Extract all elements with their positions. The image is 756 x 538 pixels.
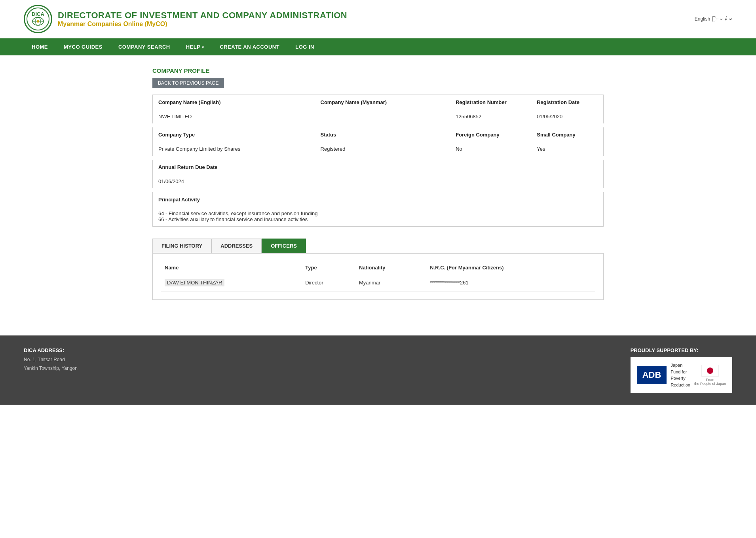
nav-company-search[interactable]: COMPANY SEARCH <box>110 38 178 55</box>
tabs-container: FILING HISTORY ADDRESSES OFFICERS <box>152 239 604 253</box>
activity-line2: 66 - Activities auxiliary to financial s… <box>158 216 598 222</box>
profile-row-type-labels: Company Type Status Foreign Company Smal… <box>153 125 604 142</box>
profile-row-type-values: Private Company Limited by Shares Regist… <box>153 142 604 158</box>
status-label: Status <box>321 132 336 138</box>
main-nav: HOME MYCO GUIDES COMPANY SEARCH HELP CRE… <box>0 38 756 55</box>
activity-line1: 64 - Financial service activities, excep… <box>158 210 598 216</box>
reg-date-value: 01/05/2020 <box>537 114 562 119</box>
svg-point-5 <box>37 20 39 23</box>
officer-nationality: Myanmar <box>355 274 426 292</box>
col-type: Type <box>301 261 355 274</box>
site-footer: DICA ADDRESS: No. 1, Thitsar Road Yankin… <box>0 335 756 405</box>
foreign-company-label: Foreign Company <box>456 132 500 138</box>
section-title: COMPANY PROFILE <box>152 67 604 74</box>
back-button[interactable]: BACK TO PREVIOUS PAGE <box>152 78 224 88</box>
tab-officers[interactable]: OFFICERS <box>262 239 306 253</box>
tab-filing-history[interactable]: FILING HISTORY <box>152 239 211 253</box>
nav-help[interactable]: HELP <box>178 38 212 55</box>
lang-myanmar[interactable]: ြမန်မာ <box>716 16 732 22</box>
profile-row-annual-value: 01/06/2024 <box>153 174 604 190</box>
small-company-label: Small Company <box>537 132 576 138</box>
japan-flag <box>701 365 719 377</box>
col-nrc: N.R.C. (For Myanmar Citizens) <box>426 261 595 274</box>
header-text: DIRECTORATE OF INVESTMENT AND COMPANY AD… <box>58 10 347 28</box>
col-nationality: Nationality <box>355 261 426 274</box>
small-company-value: Yes <box>537 146 545 152</box>
officer-row: DAW EI MON THINZAR Director Myanmar ****… <box>161 274 595 292</box>
nav-login[interactable]: LOG IN <box>287 38 322 55</box>
footer-address-line2: Yankin Township, Yangon <box>24 364 78 373</box>
header-title: DIRECTORATE OF INVESTMENT AND COMPANY AD… <box>58 10 347 21</box>
profile-row-annual-label: Annual Return Due Date <box>153 158 604 174</box>
profile-row-name-values: NWF LIMITED 125506852 01/05/2020 <box>153 109 604 125</box>
company-name-en-value: NWF LIMITED <box>158 114 192 119</box>
profile-row-name-labels: Company Name (English) Company Name (Mya… <box>153 95 604 110</box>
footer-address-line1: No. 1, Thitsar Road <box>24 356 78 364</box>
foreign-company-value: No <box>456 146 462 152</box>
svg-text:DICA: DICA <box>32 11 44 17</box>
officer-name: DAW EI MON THINZAR <box>165 279 224 286</box>
activity-label: Principal Activity <box>158 197 200 203</box>
adb-logo: ADB <box>637 366 667 384</box>
company-profile-table: Company Name (English) Company Name (Mya… <box>152 95 604 227</box>
tab-addresses[interactable]: ADDRESSES <box>211 239 262 253</box>
header-subtitle: Myanmar Companies Online (MyCO) <box>58 21 347 28</box>
profile-row-activity-label: Principal Activity <box>153 190 604 206</box>
reg-number-label: Registration Number <box>456 99 507 105</box>
logo-circle: DICA <box>24 5 52 33</box>
footer-address-label: DICA ADDRESS: <box>24 347 78 353</box>
col-name: Name <box>161 261 301 274</box>
footer-supported-label: PROUDLY SUPPORTED BY: <box>631 347 732 353</box>
officers-table: Name Type Nationality N.R.C. (For Myanma… <box>161 261 595 292</box>
company-name-mm-label: Company Name (Myanmar) <box>321 99 387 105</box>
footer-logos: ADB JapanFund forPovertyReduction Fromth… <box>631 357 732 393</box>
main-content: COMPANY PROFILE BACK TO PREVIOUS PAGE Co… <box>144 55 612 312</box>
japan-flag-circle <box>707 368 713 374</box>
japan-fund-text: JapanFund forPovertyReduction <box>671 362 690 388</box>
language-selector[interactable]: English | ြမန်မာ <box>695 16 732 22</box>
company-type-value: Private Company Limited by Shares <box>158 146 240 152</box>
company-name-en-label: Company Name (English) <box>158 99 220 105</box>
nav-home[interactable]: HOME <box>24 38 56 55</box>
nav-create-account[interactable]: CREATE AN ACCOUNT <box>212 38 287 55</box>
profile-row-activity-values: 64 - Financial service activities, excep… <box>153 206 604 227</box>
nav-myco-guides[interactable]: MYCO GUIDES <box>56 38 110 55</box>
annual-return-value: 01/06/2024 <box>158 178 184 184</box>
status-value: Registered <box>321 146 346 152</box>
japan-label: Fromthe People of Japan <box>694 378 726 386</box>
japan-flag-container: Fromthe People of Japan <box>694 365 726 386</box>
officers-container: Name Type Nationality N.R.C. (For Myanma… <box>152 253 604 300</box>
company-type-label: Company Type <box>158 132 195 138</box>
footer-address: DICA ADDRESS: No. 1, Thitsar Road Yankin… <box>24 347 78 373</box>
lang-english[interactable]: English <box>695 16 710 22</box>
officer-nrc: ***************261 <box>426 274 595 292</box>
logo-area: DICA DIRECTORATE OF INVESTMENT AND COMPA… <box>24 5 347 33</box>
reg-number-value: 125506852 <box>456 114 481 119</box>
reg-date-label: Registration Date <box>537 99 579 105</box>
officers-table-header-row: Name Type Nationality N.R.C. (For Myanma… <box>161 261 595 274</box>
annual-return-label: Annual Return Due Date <box>158 164 218 170</box>
footer-supported: PROUDLY SUPPORTED BY: ADB JapanFund forP… <box>631 347 732 393</box>
officer-type: Director <box>301 274 355 292</box>
site-header: DICA DIRECTORATE OF INVESTMENT AND COMPA… <box>0 0 756 38</box>
officer-name-cell: DAW EI MON THINZAR <box>161 274 301 292</box>
